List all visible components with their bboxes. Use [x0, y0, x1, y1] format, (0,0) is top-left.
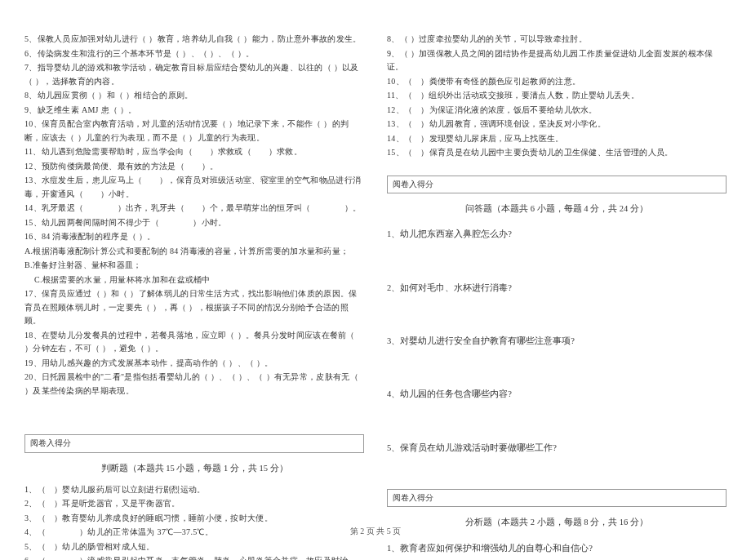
fill-q15: 15、幼儿园两餐间隔时间不得少于（ ）小时。 [24, 216, 364, 230]
fill-q8: 8、幼儿园应贯彻（ ）和（ ）相结合的原则。 [24, 89, 364, 103]
right-column: 8、（ ）过度牵拉婴幼儿的的关节，可以导致牵拉肘。 9、（ ）加强保教人员之间的… [387, 33, 727, 560]
ask-q1: 1、幼儿把东西塞入鼻腔怎么办? [387, 227, 727, 241]
ask-q2: 2、如何对毛巾、水杯进行消毒? [387, 281, 727, 295]
judge-q11: 11、（ ）组织外出活动或交接班，要清点人数，防止婴幼儿丢失。 [387, 89, 727, 103]
fill-q5: 5、保教人员应加强对幼儿进行（ ）教育，培养幼儿自我（ ）能力，防止意外事故的发… [24, 33, 364, 47]
fill-q12: 12、预防佝偻病最简便、最有效的方法是（ ）。 [24, 160, 364, 174]
judge-q9: 9、（ ）加强保教人员之间的团结协作是提高幼儿园工作质量促进幼儿全面发展的根本保… [387, 47, 727, 74]
page-footer: 第 2 页 共 5 页 [0, 526, 751, 537]
fill-q7: 7、指导婴幼儿的游戏和教学活动，确定教育目标后应结合婴幼儿的兴趣、以往的（ ）以… [24, 61, 364, 88]
fill-q16b: B.准备好注射器、量杯和器皿； [24, 259, 364, 273]
score-box-analysis: 阅卷入得分 [387, 489, 727, 508]
score-box-ask: 阅卷入得分 [387, 176, 727, 194]
fill-q20: 20、日托园晨检中的"二看"是指包括看婴幼儿的（ ）、（ ）、（ ）有无异常，皮… [24, 371, 364, 398]
fill-q14: 14、乳牙最迟（ ）出齐，乳牙共（ ）个，最早萌芽出的恒牙叫（ ）。 [24, 202, 364, 216]
judge-q3: 3、（ ）教育婴幼儿养成良好的睡眠习惯，睡前小便，按时大便。 [24, 512, 364, 526]
score-box-judge: 阅卷入得分 [24, 434, 364, 453]
ask-q3: 3、对婴幼儿进行安全自护教育有哪些注意事项? [387, 334, 727, 348]
judge-q2: 2、（ ）耳是听觉器官，又是平衡器官。 [24, 497, 364, 511]
judge-title: 判断题（本题共 15 小题，每题 1 分，共 15 分） [24, 461, 364, 475]
fill-q17: 17、保育员应通过（ ）和（ ）了解体弱儿的日常生活方式，找出影响他们体质的原因… [24, 287, 364, 328]
judge-q12: 12、（ ）为保证消化液的浓度，饭后不要给幼儿饮水。 [387, 104, 727, 118]
fill-q9: 9、缺乏维生素 AMJ 患（ ）。 [24, 104, 364, 118]
fill-q18: 18、在婴幼儿分发餐具的过程中，若餐具落地，应立即（ ）。餐具分发时间应该在餐前… [24, 329, 364, 356]
fill-q13: 13、水痘发生后，患儿应马上（ ），保育员对班级活动室、寝室里的空气和物品进行消… [24, 174, 364, 201]
page-columns: 5、保教人员应加强对幼儿进行（ ）教育，培养幼儿自我（ ）能力，防止意外事故的发… [0, 0, 751, 560]
judge-q6: 6、（ ）流感常易引起中耳炎、支气管炎、肺炎、心肌炎等合并症，故应及时治疗，加强… [24, 554, 364, 560]
judge-q10: 10、（ ）粪便带有奇怪的颜色应引起教师的注意。 [387, 75, 727, 89]
left-column: 5、保教人员应加强对幼儿进行（ ）教育，培养幼儿自我（ ）能力，防止意外事故的发… [24, 33, 364, 560]
fill-q10: 10、保育员配合室内教育活动，对儿童的活动情况要（ ）地记录下来，不能作（ ）的… [24, 118, 364, 144]
judge-q15: 15、（ ）保育员是在幼儿园中主要负责幼儿的卫生保健、生活管理的人员。 [387, 146, 727, 160]
fill-q11: 11、幼儿遇到危险需要帮助时，应当学会向（ ）求救或（ ）求救。 [24, 145, 364, 159]
fill-q16: 16、84 消毒液配制的程序是（ ）。 [24, 230, 364, 244]
judge-q1: 1、（ ）婴幼儿服药后可以立刻进行剧烈运动。 [24, 483, 364, 497]
fill-q19: 19、用幼儿感兴趣的方式发展基本动作，提高动作的（ ）、（ ）。 [24, 357, 364, 371]
ask-q4: 4、幼儿园的任务包含哪些内容? [387, 387, 727, 401]
fill-q16c: C.根据需要的水量，用量杯将水加和在盆或桶中 [24, 273, 364, 287]
judge-q8: 8、（ ）过度牵拉婴幼儿的的关节，可以导致牵拉肘。 [387, 33, 727, 47]
ask-title: 问答题（本题共 6 小题，每题 4 分，共 24 分） [387, 202, 727, 216]
analysis-q1: 1、教育者应如何保护和增强幼儿的自尊心和自信心? [387, 541, 727, 555]
fill-q16a: A.根据消毒液配制计算公式和要配制的 84 消毒液的容量，计算所需要的加水量和药… [24, 245, 364, 259]
ask-q5: 5、保育员在幼儿游戏活动时要做哪些工作? [387, 441, 727, 455]
judge-q13: 13、（ ）幼儿园教育，强调环境创设，坚决反对小学化。 [387, 118, 727, 131]
judge-q14: 14、（ ）发现婴幼儿尿床后，应马上找医生。 [387, 132, 727, 146]
judge-q5: 5、（ ）幼儿的肠管相对成人短。 [24, 540, 364, 554]
fill-q6: 6、传染病发生和流行的三个基本环节是（ ）、（ ）、（ ）。 [24, 47, 364, 61]
